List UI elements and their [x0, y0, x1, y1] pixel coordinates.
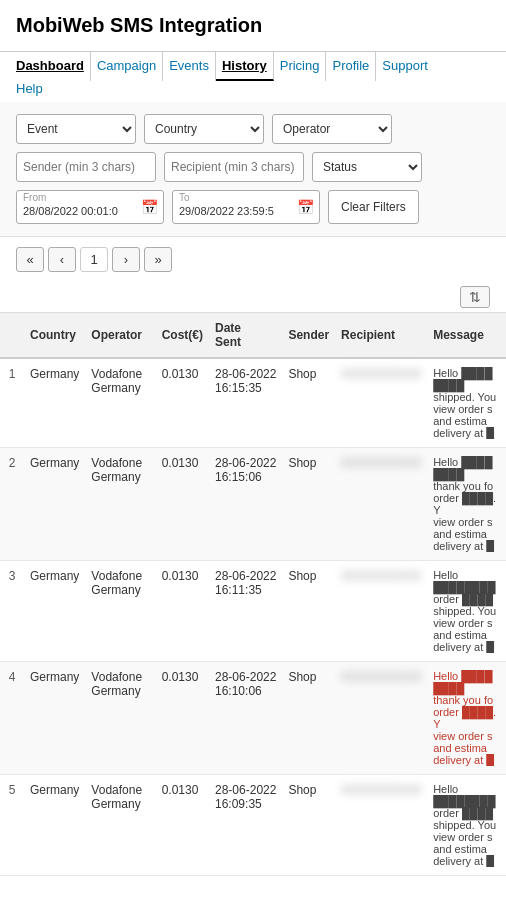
- cell-message: Hello ████ ████shipped. Youview order sa…: [427, 358, 506, 448]
- cell-recipient: XXXXXXXXXX: [335, 561, 427, 662]
- col-sender: Sender: [282, 313, 335, 359]
- table-row: 5 Germany Vodafone Germany 0.0130 28-06-…: [0, 775, 506, 876]
- cell-operator: Vodafone Germany: [85, 358, 155, 448]
- cell-recipient: XXXXXXXXXX: [335, 775, 427, 876]
- from-date-field: From 📅: [16, 190, 164, 224]
- table-row: 2 Germany Vodafone Germany 0.0130 28-06-…: [0, 448, 506, 561]
- nav-second-row: Help: [0, 81, 506, 102]
- col-date-sent: DateSent: [209, 313, 282, 359]
- cell-num: 4: [0, 662, 24, 775]
- cell-date: 28-06-202216:11:35: [209, 561, 282, 662]
- cell-cost: 0.0130: [156, 448, 209, 561]
- nav-history[interactable]: History: [216, 52, 274, 81]
- cell-operator: Vodafone Germany: [85, 662, 155, 775]
- cell-cost: 0.0130: [156, 358, 209, 448]
- cell-operator: Vodafone Germany: [85, 561, 155, 662]
- cell-country: Germany: [24, 358, 85, 448]
- cell-num: 2: [0, 448, 24, 561]
- cell-recipient: XXXXXXXXXX: [335, 358, 427, 448]
- to-label: To: [179, 192, 190, 203]
- cell-recipient: XXXXXXXXXX: [335, 448, 427, 561]
- cell-date: 28-06-202216:15:06: [209, 448, 282, 561]
- cell-sender: Shop: [282, 662, 335, 775]
- cell-message: Hello ████ ████thank you foorder ████. Y…: [427, 448, 506, 561]
- prev-page-button[interactable]: ‹: [48, 247, 76, 272]
- cell-country: Germany: [24, 775, 85, 876]
- cell-sender: Shop: [282, 358, 335, 448]
- cell-operator: Vodafone Germany: [85, 775, 155, 876]
- table-header-row: Country Operator Cost(€) DateSent Sender…: [0, 313, 506, 359]
- cell-sender: Shop: [282, 775, 335, 876]
- cell-date: 28-06-202216:15:35: [209, 358, 282, 448]
- cell-message: Hello ████████order ████shipped. Youview…: [427, 561, 506, 662]
- history-table-container: Country Operator Cost(€) DateSent Sender…: [0, 312, 506, 876]
- filter-row-3: From 📅 To 📅 Clear Filters: [16, 190, 490, 224]
- main-nav: Dashboard Campaign Events History Pricin…: [0, 52, 506, 81]
- cell-sender: Shop: [282, 448, 335, 561]
- recipient-value: XXXXXXXXXX: [341, 456, 421, 470]
- filters-panel: Event Country Operator Status From 📅 To …: [0, 102, 506, 237]
- nav-pricing[interactable]: Pricing: [274, 52, 327, 81]
- col-num: [0, 313, 24, 359]
- cell-num: 5: [0, 775, 24, 876]
- nav-support[interactable]: Support: [376, 52, 434, 81]
- cell-num: 3: [0, 561, 24, 662]
- col-cost: Cost(€): [156, 313, 209, 359]
- table-row: 1 Germany Vodafone Germany 0.0130 28-06-…: [0, 358, 506, 448]
- from-calendar-icon[interactable]: 📅: [141, 199, 158, 215]
- history-table: Country Operator Cost(€) DateSent Sender…: [0, 312, 506, 876]
- table-body: 1 Germany Vodafone Germany 0.0130 28-06-…: [0, 358, 506, 876]
- col-recipient: Recipient: [335, 313, 427, 359]
- next-page-button[interactable]: ›: [112, 247, 140, 272]
- filter-row-1: Event Country Operator: [16, 114, 490, 144]
- col-operator: Operator: [85, 313, 155, 359]
- cell-country: Germany: [24, 662, 85, 775]
- sender-input[interactable]: [16, 152, 156, 182]
- last-page-button[interactable]: »: [144, 247, 172, 272]
- to-date-field: To 📅: [172, 190, 320, 224]
- table-row: 3 Germany Vodafone Germany 0.0130 28-06-…: [0, 561, 506, 662]
- cell-operator: Vodafone Germany: [85, 448, 155, 561]
- pagination: « ‹ 1 › »: [0, 237, 506, 282]
- app-title: MobiWeb SMS Integration: [16, 14, 490, 37]
- operator-select[interactable]: Operator: [272, 114, 392, 144]
- recipient-value: XXXXXXXXXX: [341, 569, 421, 583]
- cell-country: Germany: [24, 561, 85, 662]
- table-row: 4 Germany Vodafone Germany 0.0130 28-06-…: [0, 662, 506, 775]
- filter-row-2: Status: [16, 152, 490, 182]
- country-select[interactable]: Country: [144, 114, 264, 144]
- cell-cost: 0.0130: [156, 662, 209, 775]
- event-select[interactable]: Event: [16, 114, 136, 144]
- cell-sender: Shop: [282, 561, 335, 662]
- status-select[interactable]: Status: [312, 152, 422, 182]
- nav-profile[interactable]: Profile: [326, 52, 376, 81]
- cell-date: 28-06-202216:09:35: [209, 775, 282, 876]
- from-label: From: [23, 192, 46, 203]
- current-page: 1: [80, 247, 108, 272]
- nav-help[interactable]: Help: [16, 81, 43, 96]
- cell-country: Germany: [24, 448, 85, 561]
- nav-campaign[interactable]: Campaign: [91, 52, 163, 81]
- nav-dashboard[interactable]: Dashboard: [16, 52, 91, 81]
- cell-recipient: XXXXXXXXXX: [335, 662, 427, 775]
- clear-filters-button[interactable]: Clear Filters: [328, 190, 419, 224]
- cell-num: 1: [0, 358, 24, 448]
- column-toggle-area: ⇅: [0, 282, 506, 312]
- cell-message: Hello ████ ████thank you foorder ████. Y…: [427, 662, 506, 775]
- recipient-value: XXXXXXXXXX: [341, 670, 421, 684]
- recipient-value: XXXXXXXXXX: [341, 367, 421, 381]
- col-country: Country: [24, 313, 85, 359]
- cell-date: 28-06-202216:10:06: [209, 662, 282, 775]
- first-page-button[interactable]: «: [16, 247, 44, 272]
- col-message: Message: [427, 313, 506, 359]
- header: MobiWeb SMS Integration: [0, 0, 506, 52]
- recipient-input[interactable]: [164, 152, 304, 182]
- to-calendar-icon[interactable]: 📅: [297, 199, 314, 215]
- cell-cost: 0.0130: [156, 775, 209, 876]
- cell-message: Hello ████████order ████shipped. Youview…: [427, 775, 506, 876]
- nav-events[interactable]: Events: [163, 52, 216, 81]
- cell-cost: 0.0130: [156, 561, 209, 662]
- column-toggle-button[interactable]: ⇅: [460, 286, 490, 308]
- recipient-value: XXXXXXXXXX: [341, 783, 421, 797]
